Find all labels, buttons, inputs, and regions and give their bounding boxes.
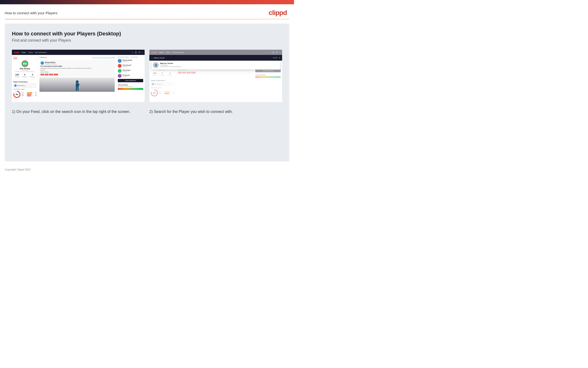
bar-ott-1: OTT 79: [22, 92, 36, 93]
player-select-name-1: Eli Vincent: [17, 85, 24, 86]
player-performance-title-1: Player Performance: [13, 81, 36, 83]
profile-club-1: Mill Ride Golf Club, United Kingdom: [13, 71, 36, 72]
screenshots-row: clippd Home Teams My Performance ⌕ 👤 ⚙ ○…: [12, 50, 282, 102]
caption-2: 2) Search for the Player you wish to con…: [149, 109, 282, 114]
search-result-avatar: 👤: [153, 62, 159, 68]
player-list-avatar-1: [118, 64, 122, 68]
search-icon[interactable]: ⌕: [132, 51, 133, 54]
main-content: How to connect with your Players (Deskto…: [5, 24, 289, 161]
app-mockup-2: clippd Home Teams My Performance ⌕ 👤 ⚙ ○…: [149, 50, 282, 102]
control-link-1[interactable]: Control who can see your activity and da…: [92, 57, 115, 58]
nav-logo-1: clippd: [14, 51, 19, 54]
profile-section-1: BM Blair McHarg Golf Coach Mill Ride Gol…: [13, 60, 36, 80]
app-nav-1: clippd Home Teams My Performance ⌕ 👤 ⚙ ○: [12, 50, 145, 55]
caption-1: 1) On your Feed, click on the search ico…: [12, 109, 145, 114]
stats-row-2: 129 Activities 3 Followers 4 Following: [151, 72, 174, 76]
captions-row: 1) On your Feed, click on the search ico…: [12, 109, 282, 114]
search-result-item[interactable]: 👤 Marcus Turner 1-5 Handicap Cypress Poi…: [153, 62, 279, 68]
bar-app-1: APP 70: [22, 94, 36, 95]
player-performance-2: Player Performance Eli Vincent ▾ Total P…: [151, 80, 174, 97]
bar-arg-1: ARG 64: [22, 95, 36, 96]
nav-icons-2: ⌕ 👤 ⚙ ○: [270, 51, 280, 54]
big-score-1: 84 OTT 79 APP: [13, 91, 36, 98]
search-dropdown: 👤 Marcus Turner 1-5 Handicap Cypress Poi…: [151, 61, 280, 70]
player-list-item-0: Richard Butler Activities: 7: [118, 59, 143, 63]
player-list-item-1: Piers Parnell Activities: 4: [118, 64, 143, 68]
app-nav-2: clippd Home Teams My Performance ⌕ 👤 ⚙ ○: [149, 50, 282, 55]
feed-tab-1[interactable]: Feed: [13, 56, 17, 59]
app-body-1: Feed BM Blair McHarg Golf Coach Mill Rid…: [12, 55, 145, 102]
logo: clippd: [269, 9, 287, 17]
settings-icon[interactable]: ⚙: [139, 51, 140, 54]
dropdown-arrow-1: ▾: [25, 85, 26, 87]
nav-my-performance[interactable]: My Performance: [35, 52, 46, 53]
search-clear-btn[interactable]: CLEAR: [273, 57, 277, 58]
nav-teams-2[interactable]: Teams: [166, 52, 170, 53]
avatar-icon[interactable]: ○: [141, 51, 143, 54]
header-divider: [5, 19, 289, 19]
nav-my-performance-2[interactable]: My Performance: [173, 52, 184, 53]
score-circle-1: 84: [13, 91, 20, 98]
duration-1: 02 hr : 00 min: [41, 71, 114, 73]
nav-logo-2: clippd: [151, 51, 157, 54]
most-active-title-1: Most Active Players - Last 30 days: [118, 56, 143, 58]
svg-rect-4: [77, 87, 79, 91]
search-bar-overlay: ⌕ Marcus Turner CLEAR ×: [149, 55, 282, 61]
footer: Copyright Clippd 2022: [0, 166, 294, 173]
search-close-btn[interactable]: ×: [279, 56, 280, 59]
team-dashboard-btn-1[interactable]: Team Dashboard: [118, 79, 143, 82]
activity-avatar-1: [41, 61, 44, 65]
duration-label-1: Duration: [41, 69, 114, 71]
nav-icons: ⌕ 👤 ⚙ ○: [132, 51, 143, 54]
top-gradient-bar: [0, 0, 294, 4]
golfer-image-1: [39, 77, 115, 92]
search-icon-2[interactable]: ⌕: [270, 51, 271, 54]
player-list-item-3: Eli Vincent Activities: 1: [118, 74, 143, 78]
svg-rect-3: [76, 87, 77, 91]
activity-card-1: Richard Butler Yesterday · The Grove Pre…: [39, 60, 115, 77]
player-select-2: Eli Vincent ▾: [151, 82, 174, 86]
tag-app: APP: [45, 74, 48, 75]
activity-tags-1: OTT APP ARG PUTT: [41, 74, 114, 75]
quality-label-1: Total Player Quality: [13, 88, 36, 90]
player-list-avatar-0: [118, 59, 122, 63]
player-performance-1: Player Performance Eli Vincent ▾ Total P…: [13, 81, 36, 98]
header: How to connect with your Players clippd: [0, 4, 294, 19]
golfer-svg-1: [68, 80, 87, 92]
feed-header-1: Following ▾ Control who can see your act…: [39, 56, 115, 59]
player-list-avatar-2: [118, 69, 122, 73]
player-select-1[interactable]: Eli Vincent ▾: [13, 84, 36, 87]
user-icon[interactable]: 👤: [135, 51, 137, 54]
tag-putt: PUTT: [54, 74, 58, 75]
search-result-club: Cypress Point Club, United Kingdom: [160, 66, 181, 67]
stat-followers-1: 3 Followers: [22, 74, 27, 77]
stat-following-1: 4 Following: [30, 74, 35, 77]
bars-section-1: OTT 79 APP 70: [22, 92, 36, 97]
page-title: How to connect with your Players: [5, 11, 57, 15]
player-avatar-small-1: [14, 84, 17, 87]
app-mockup-1: clippd Home Teams My Performance ⌕ 👤 ⚙ ○…: [12, 50, 145, 102]
player-list-avatar-3: [118, 74, 122, 78]
nav-home[interactable]: Home: [22, 52, 26, 53]
nav-teams[interactable]: Teams: [28, 52, 33, 53]
heatmap-bar-1: [118, 88, 143, 90]
nav-home-2[interactable]: Home: [159, 52, 163, 53]
svg-point-0: [76, 80, 79, 83]
search-input-overlay[interactable]: Marcus Turner: [154, 57, 271, 59]
search-result-name: Marcus Turner: [160, 62, 181, 64]
main-heading: How to connect with your Players (Deskto…: [12, 31, 282, 37]
player-list-item-2: Hiral Pujara Activities: 3: [118, 69, 143, 73]
tag-arg: ARG: [49, 74, 53, 75]
footer-text: Copyright Clippd 2022: [5, 168, 31, 171]
settings-icon-2[interactable]: ⚙: [276, 51, 278, 54]
stat-activities-1: 129 Activities: [15, 74, 19, 77]
middle-panel-1: Following ▾ Control who can see your act…: [38, 55, 116, 102]
right-panel-1: Most Active Players - Last 30 days Richa…: [116, 55, 145, 102]
activity-user-1: Richard Butler Yesterday · The Grove: [41, 61, 114, 65]
team-heatmap-title-1: Team Heatmap: [118, 84, 143, 86]
left-panel-1: Feed BM Blair McHarg Golf Coach Mill Rid…: [12, 55, 38, 102]
avatar-icon-2[interactable]: ○: [279, 51, 280, 54]
following-selector-1[interactable]: Following ▾: [39, 56, 47, 58]
heatmap-meta-1: Shot Quality · 20 Round Trend: [118, 86, 143, 87]
user-icon-2[interactable]: 👤: [272, 51, 274, 54]
